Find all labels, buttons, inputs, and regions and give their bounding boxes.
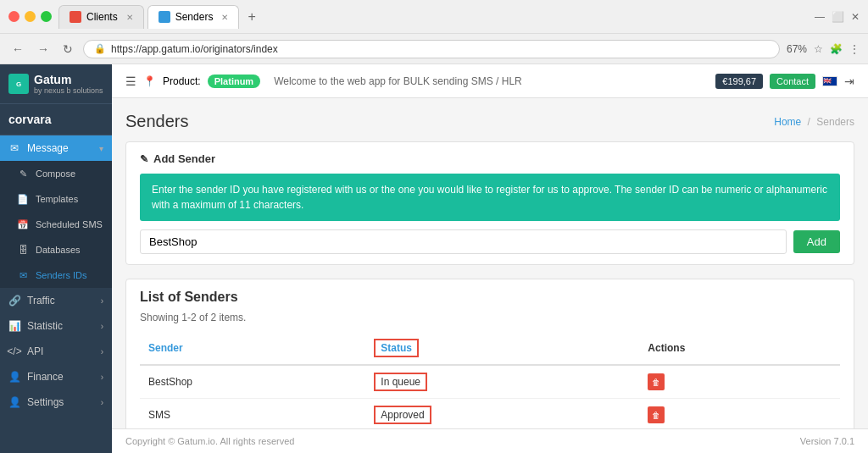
add-sender-button[interactable]: Add	[793, 230, 840, 253]
main-content: Senders Home / Senders ✎ Add Sender Ente…	[112, 98, 868, 428]
maximize-window-btn[interactable]	[41, 11, 52, 22]
refresh-button[interactable]: ↻	[59, 41, 76, 58]
sidebar-item-scheduled-sms[interactable]: 📅 Scheduled SMS	[0, 212, 112, 237]
footer: Copyright © Gatum.io. All rights reserve…	[112, 428, 868, 453]
location-icon: 📍	[143, 75, 156, 87]
copyright-text: Copyright © Gatum.io. All rights reserve…	[125, 436, 294, 446]
add-sender-header[interactable]: ✎ Add Sender	[140, 152, 840, 165]
status-value-highlight: In queue	[374, 373, 427, 391]
back-button[interactable]: ←	[8, 41, 27, 58]
product-badge: Platinum	[208, 75, 260, 88]
lock-icon: 🔒	[94, 43, 106, 54]
sidebar-item-finance[interactable]: 👤 Finance ›	[0, 364, 112, 389]
sidebar-item-templates[interactable]: 📄 Templates	[0, 186, 112, 212]
chevron-right-icon: ›	[101, 296, 103, 306]
sidebar-item-traffic[interactable]: 🔗 Traffic ›	[0, 288, 112, 313]
sidebar-item-api[interactable]: </> API ›	[0, 339, 112, 364]
senders-icon: ✉	[17, 269, 29, 281]
chevron-right-icon5: ›	[101, 398, 103, 407]
settings-icon: 👤	[8, 396, 20, 408]
delete-sender-button-1[interactable]: 🗑	[648, 406, 665, 423]
breadcrumb-separator: /	[808, 116, 810, 128]
close-icon[interactable]: ✕	[851, 11, 860, 23]
top-bar: ☰ 📍 Product: Platinum Welcome to the web…	[112, 64, 868, 98]
minimize-icon[interactable]: —	[815, 11, 825, 23]
breadcrumb-home[interactable]: Home	[774, 116, 801, 128]
api-label: API	[27, 345, 94, 357]
sidebar-item-compose[interactable]: ✎ Compose	[0, 161, 112, 186]
databases-label: Databases	[36, 245, 103, 255]
chevron-right-icon3: ›	[101, 347, 103, 356]
url-bar[interactable]: 🔒 https://app.gatum.io/originators/index	[83, 40, 780, 58]
sidebar: G Gatum by nexus b solutions corvara ✉ M…	[0, 64, 112, 453]
sidebar-item-settings[interactable]: 👤 Settings ›	[0, 389, 112, 415]
tab-clients-label: Clients	[86, 11, 118, 23]
finance-label: Finance	[27, 371, 94, 383]
tab-senders[interactable]: Senders ✕	[147, 5, 240, 29]
balance-badge: €199,67	[715, 74, 763, 89]
nav-right: 67% ☆ 🧩 ⋮	[787, 43, 860, 55]
restore-icon[interactable]: ⬜	[832, 11, 844, 23]
flag-icon[interactable]: 🇬🇧	[822, 76, 837, 86]
star-icon[interactable]: ☆	[814, 43, 823, 55]
clients-favicon	[70, 11, 81, 23]
statistic-icon: 📊	[8, 320, 20, 332]
envelope-icon: ✉	[8, 142, 20, 154]
contact-button[interactable]: Contact	[770, 74, 815, 89]
traffic-icon: 🔗	[8, 295, 20, 307]
table-row: BestShop In queue 🗑	[140, 365, 840, 399]
compose-icon: ✎	[17, 168, 29, 180]
info-box: Enter the sender ID you have registered …	[140, 174, 840, 221]
close-senders-tab[interactable]: ✕	[221, 13, 228, 22]
actions-cell: 🗑	[639, 365, 840, 399]
extensions-icon[interactable]: 🧩	[830, 43, 843, 55]
logout-icon[interactable]: ⇥	[844, 75, 854, 88]
pencil-icon: ✎	[140, 153, 148, 165]
brand-icon: G	[8, 74, 29, 94]
minimize-window-btn[interactable]	[25, 11, 36, 22]
sender-id-input[interactable]	[140, 229, 787, 254]
brand-name: Gatum	[34, 73, 103, 86]
finance-icon: 👤	[8, 371, 20, 383]
tab-senders-label: Senders	[175, 11, 214, 23]
sidebar-item-databases[interactable]: 🗄 Databases	[0, 237, 112, 262]
sidebar-item-statistic[interactable]: 📊 Statistic ›	[0, 313, 112, 339]
senders-ids-label: Senders IDs	[36, 270, 103, 280]
add-tab-button[interactable]: +	[242, 9, 260, 25]
menu-icon[interactable]: ⋮	[849, 43, 860, 55]
status-value-highlight2: Approved	[374, 406, 431, 424]
zoom-level: 67%	[787, 43, 807, 55]
product-label: Product:	[163, 75, 201, 87]
sidebar-item-message[interactable]: ✉ Message ▾	[0, 135, 112, 161]
add-sender-toggle-label: Add Sender	[153, 152, 215, 165]
table-row: SMS Approved 🗑	[140, 399, 840, 429]
sidebar-message-label: Message	[27, 142, 92, 154]
api-icon: </>	[8, 345, 20, 357]
close-window-btn[interactable]	[8, 11, 19, 22]
breadcrumb-current: Senders	[816, 116, 854, 128]
database-icon: 🗄	[17, 244, 29, 256]
forward-button[interactable]: →	[34, 41, 53, 58]
senders-favicon	[159, 11, 170, 23]
scheduled-sms-label: Scheduled SMS	[36, 219, 103, 229]
window-controls	[8, 11, 52, 22]
close-clients-tab[interactable]: ✕	[126, 13, 133, 22]
templates-label: Templates	[36, 194, 103, 204]
compose-label: Compose	[36, 168, 103, 179]
traffic-label: Traffic	[27, 295, 94, 307]
welcome-text: Welcome to the web app for BULK sending …	[274, 75, 522, 87]
chevron-right-icon4: ›	[101, 373, 103, 382]
sidebar-submenu-message: ✎ Compose 📄 Templates 📅 Scheduled SMS 🗄 …	[0, 161, 112, 288]
hamburger-icon[interactable]: ☰	[125, 75, 136, 88]
settings-label: Settings	[27, 396, 94, 408]
add-sender-section: ✎ Add Sender Enter the sender ID you hav…	[125, 141, 854, 265]
sidebar-item-senders-ids[interactable]: ✉ Senders IDs	[0, 262, 112, 288]
top-bar-right: €199,67 Contact 🇬🇧 ⇥	[715, 74, 854, 89]
calendar-icon: 📅	[17, 218, 29, 230]
senders-list-section: List of Senders Showing 1-2 of 2 items. …	[125, 279, 854, 428]
brand-subtitle: by nexus b solutions	[34, 86, 103, 95]
delete-sender-button-0[interactable]: 🗑	[648, 373, 665, 390]
list-title: List of Senders	[140, 290, 840, 305]
sender-input-row: Add	[140, 229, 840, 254]
tab-clients[interactable]: Clients ✕	[58, 5, 144, 29]
